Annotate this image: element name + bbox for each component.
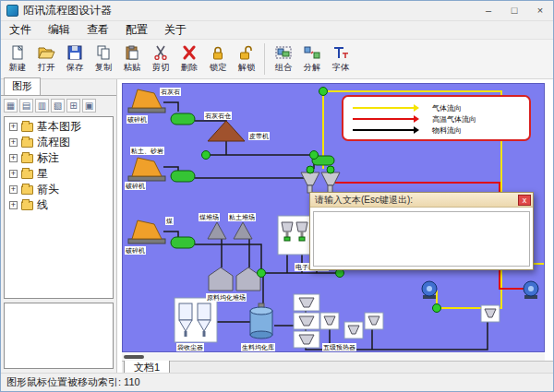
- equipment-label[interactable]: 破碎机: [125, 246, 146, 255]
- crusher-3-icon[interactable]: [128, 220, 165, 244]
- ungroup-button[interactable]: 分解: [297, 41, 326, 77]
- paste-button-label: 粘贴: [123, 61, 139, 73]
- legend-row-hot-gas: 高温气体流向: [353, 113, 520, 125]
- equipment-label[interactable]: 煤: [165, 217, 174, 225]
- new-button-label: 新建: [8, 61, 25, 73]
- maximize-button[interactable]: □: [501, 1, 527, 20]
- tree-item-annotation[interactable]: + 标注: [5, 150, 113, 166]
- legend-row-material: 物料流向: [353, 125, 520, 136]
- menu-edit[interactable]: 编辑: [40, 21, 78, 39]
- equipment-label[interactable]: 石灰石: [160, 88, 181, 96]
- folder-icon: [21, 123, 33, 132]
- lock-button[interactable]: 锁定: [203, 41, 232, 77]
- hatch-view-icon[interactable]: ▧: [51, 99, 65, 113]
- fan-1-icon[interactable]: [422, 281, 437, 299]
- belt-conveyor-1-icon[interactable]: [171, 113, 195, 125]
- material-flow-line-sample: [353, 129, 414, 131]
- clay-pile-icon[interactable]: [234, 222, 252, 239]
- folder-icon: [21, 201, 33, 210]
- mill-funnels-icon[interactable]: [301, 172, 340, 193]
- copy-button-label: 复制: [94, 61, 111, 73]
- equipment-label[interactable]: 生料均化库: [241, 343, 275, 351]
- lock-button-label: 锁定: [209, 61, 225, 73]
- status-text: 图形鼠标位置被移动索引: 110: [6, 375, 140, 389]
- dust-collector-icon[interactable]: [175, 298, 217, 342]
- unlock-icon: [237, 45, 256, 60]
- belt-conveyor-2-icon[interactable]: [171, 171, 195, 182]
- expand-icon[interactable]: +: [9, 185, 18, 194]
- equipment-label[interactable]: 石灰石仓: [204, 112, 232, 120]
- shape-tree: + 基本图形 + 流程图 + 标注 + 星: [4, 116, 114, 299]
- equipment-label[interactable]: 原料均化堆场: [206, 293, 247, 302]
- hot-gas-flow-line-sample: [353, 118, 414, 120]
- save-button[interactable]: 保存: [60, 41, 89, 77]
- tree-item-star[interactable]: + 星: [5, 166, 113, 182]
- tree-item-flowchart[interactable]: + 流程图: [5, 135, 113, 150]
- belt-conveyor-3-icon[interactable]: [171, 237, 195, 248]
- crusher-2-icon[interactable]: [128, 158, 165, 181]
- minimize-button[interactable]: –: [476, 1, 501, 20]
- legend-row-gas: 气体流向: [353, 102, 520, 113]
- paste-icon: [123, 45, 141, 60]
- hot-gas-flow-arrow-icon: [414, 115, 419, 123]
- tab-shapes[interactable]: 图形: [4, 77, 41, 95]
- limestone-pile-icon[interactable]: [208, 121, 245, 141]
- expand-icon[interactable]: +: [9, 138, 18, 147]
- window-title: 陌讯流程图设计器: [23, 3, 112, 18]
- preheater-stage-icons[interactable]: [294, 294, 319, 348]
- equipment-label[interactable]: 破碎机: [125, 182, 146, 190]
- equipment-label[interactable]: 煤堆场: [199, 213, 220, 221]
- app-icon: [6, 5, 18, 17]
- unlock-button[interactable]: 解锁: [232, 41, 260, 77]
- tree-item-label: 星: [37, 166, 48, 182]
- copy-button[interactable]: 复制: [89, 41, 117, 77]
- equipment-label[interactable]: 粘土、砂岩: [130, 147, 164, 155]
- dialog-close-button[interactable]: x: [518, 195, 531, 206]
- cut-button[interactable]: 剪切: [146, 41, 175, 77]
- equipment-label[interactable]: 破碎机: [126, 115, 148, 124]
- diagram-canvas[interactable]: 石灰石 破碎机 石灰石仓 皮带机 粘土、砂岩 破碎机 煤堆场 粘土堆场 煤 破碎…: [122, 83, 545, 352]
- text-input-dialog: 请输入文本(Esc键退出): x: [309, 192, 534, 270]
- equipment-label[interactable]: 皮带机: [248, 132, 270, 140]
- menu-config[interactable]: 配置: [117, 21, 156, 39]
- tree-item-label: 箭头: [37, 182, 59, 197]
- horizontal-scrollbar[interactable]: [122, 353, 545, 361]
- menu-about[interactable]: 关于: [156, 21, 195, 39]
- solid-view-icon[interactable]: ▣: [82, 99, 96, 113]
- dialog-title: 请输入文本(Esc键退出):: [310, 193, 533, 208]
- add-shape-icon[interactable]: ⊞: [66, 99, 80, 113]
- coal-pile-icon[interactable]: [208, 222, 226, 239]
- flow-legend[interactable]: 气体流向 高温气体流向 物料流向: [342, 95, 531, 141]
- paste-button[interactable]: 粘贴: [117, 41, 146, 77]
- tree-item-basic-shapes[interactable]: + 基本图形: [5, 119, 113, 135]
- equipment-label[interactable]: 粘土堆场: [228, 213, 256, 221]
- list-view-icon[interactable]: ▤: [19, 99, 33, 113]
- group-button[interactable]: 组合: [269, 41, 297, 77]
- text-input-area[interactable]: [313, 211, 530, 267]
- expand-icon[interactable]: +: [9, 170, 18, 178]
- menu-file[interactable]: 文件: [1, 21, 40, 39]
- equipment-label[interactable]: 五级预热器: [322, 343, 356, 351]
- tree-item-label: 标注: [37, 150, 59, 166]
- font-button-label: 字体: [331, 61, 348, 73]
- column-view-icon[interactable]: ▥: [35, 99, 49, 113]
- homogenizing-yard-icon[interactable]: [209, 267, 260, 291]
- sidebar-tab-strip: 图形: [1, 79, 116, 96]
- feed-hopper-icons[interactable]: [320, 305, 500, 339]
- expand-icon[interactable]: +: [9, 123, 18, 131]
- fan-2-icon[interactable]: [524, 281, 538, 299]
- equipment-label[interactable]: 袋收尘器: [176, 343, 204, 351]
- tree-item-arrow[interactable]: + 箭头: [5, 182, 113, 197]
- blending-silo-icon[interactable]: [250, 303, 272, 339]
- font-button[interactable]: 字体: [326, 41, 355, 77]
- scrollbar-thumb[interactable]: [124, 355, 144, 359]
- close-button[interactable]: ×: [527, 1, 553, 20]
- menu-view[interactable]: 查看: [78, 21, 117, 39]
- tree-item-line[interactable]: + 线: [5, 197, 113, 213]
- expand-icon[interactable]: +: [9, 154, 18, 162]
- new-button[interactable]: 新建: [3, 41, 31, 77]
- expand-icon[interactable]: +: [9, 201, 18, 209]
- open-button[interactable]: 打开: [31, 41, 60, 77]
- grid-view-icon[interactable]: ▦: [4, 99, 18, 113]
- delete-button[interactable]: 删除: [175, 41, 203, 77]
